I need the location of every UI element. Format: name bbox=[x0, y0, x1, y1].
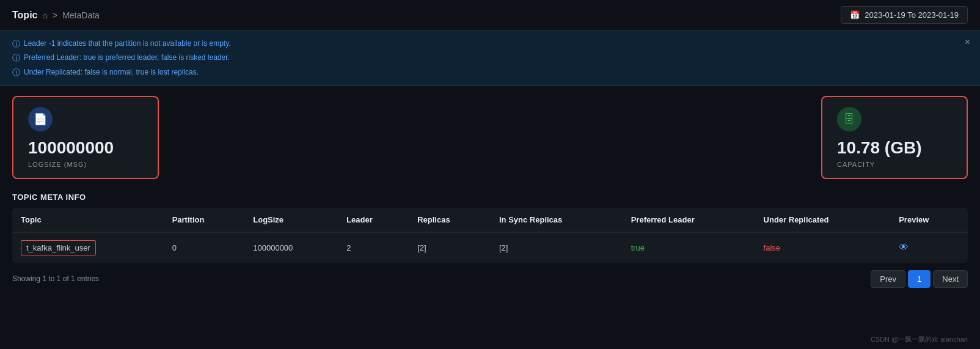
logsize-icon: 📄 bbox=[34, 112, 47, 126]
col-preview: Preview bbox=[890, 208, 968, 232]
capacity-label: CAPACITY bbox=[837, 161, 875, 168]
logsize-value: 100000000 bbox=[28, 138, 114, 158]
info-line-1: ⓘ Leader -1 indicates that the partition… bbox=[12, 37, 968, 51]
table-container: Topic Partition LogSize Leader Replicas … bbox=[0, 208, 980, 263]
preferred-leader-value: true bbox=[631, 243, 645, 252]
table-footer: Showing 1 to 1 of 1 entries Prev 1 Next bbox=[0, 263, 980, 295]
cell-partition: 0 bbox=[164, 232, 245, 263]
breadcrumb-separator: > bbox=[53, 10, 57, 20]
breadcrumb-metadata: MetaData bbox=[62, 10, 100, 20]
cell-leader: 2 bbox=[338, 232, 409, 263]
logsize-label: LOGSIZE (MSG) bbox=[28, 161, 87, 168]
cell-replicas: [2] bbox=[409, 232, 491, 263]
close-banner-button[interactable]: × bbox=[965, 37, 970, 48]
page-title: Topic bbox=[12, 10, 37, 21]
header: Topic ⌂ > MetaData 📅 2023-01-19 To 2023-… bbox=[0, 0, 980, 31]
col-preferred-leader: Preferred Leader bbox=[623, 208, 755, 232]
breadcrumb: Topic ⌂ > MetaData bbox=[12, 10, 100, 21]
preview-icon[interactable]: 👁 bbox=[899, 242, 909, 252]
cell-preview: 👁 bbox=[890, 232, 968, 263]
capacity-value: 10.78 (GB) bbox=[837, 138, 922, 158]
cell-logsize: 100000000 bbox=[244, 232, 338, 263]
cell-under-replicated: false bbox=[755, 232, 891, 263]
capacity-icon: 🗄 bbox=[844, 113, 855, 126]
showing-entries: Showing 1 to 1 of 1 entries bbox=[12, 274, 99, 283]
info-icon-3: ⓘ bbox=[12, 65, 20, 79]
topic-meta-table: Topic Partition LogSize Leader Replicas … bbox=[12, 208, 968, 263]
cell-preferred-leader: true bbox=[623, 232, 755, 263]
section-title: TOPIC META INFO bbox=[0, 189, 980, 208]
col-logsize: LogSize bbox=[244, 208, 338, 232]
col-partition: Partition bbox=[164, 208, 245, 232]
date-range-button[interactable]: 📅 2023-01-19 To 2023-01-19 bbox=[841, 6, 968, 24]
page-1-button[interactable]: 1 bbox=[908, 270, 931, 288]
prev-button[interactable]: Prev bbox=[871, 270, 905, 288]
info-line-2: ⓘ Preferred Leader: true is preferred le… bbox=[12, 51, 968, 65]
calendar-icon: 📅 bbox=[850, 10, 860, 20]
capacity-card: 🗄 10.78 (GB) CAPACITY bbox=[821, 96, 968, 179]
watermark: CSDN @一飘一飘的欢 alanchan bbox=[871, 335, 968, 344]
logsize-icon-wrap: 📄 bbox=[28, 107, 53, 131]
info-icon-1: ⓘ bbox=[12, 37, 20, 51]
stats-row: 📄 100000000 LOGSIZE (MSG) 🗄 10.78 (GB) C… bbox=[0, 86, 980, 189]
col-in-sync-replicas: In Sync Replicas bbox=[491, 208, 623, 232]
topic-name: t_kafka_flink_user bbox=[21, 240, 96, 255]
logsize-card: 📄 100000000 LOGSIZE (MSG) bbox=[12, 96, 159, 179]
table-row: t_kafka_flink_user 0 100000000 2 [2] [2]… bbox=[12, 232, 968, 263]
capacity-icon-wrap: 🗄 bbox=[837, 107, 861, 131]
under-replicated-value: false bbox=[764, 243, 780, 252]
date-range-text: 2023-01-19 To 2023-01-19 bbox=[865, 10, 959, 20]
col-topic: Topic bbox=[12, 208, 164, 232]
info-banner: ⓘ Leader -1 indicates that the partition… bbox=[0, 31, 980, 86]
cell-topic: t_kafka_flink_user bbox=[12, 232, 164, 263]
cell-in-sync-replicas: [2] bbox=[491, 232, 623, 263]
pagination: Prev 1 Next bbox=[871, 270, 968, 288]
info-line-3: ⓘ Under Replicated: false is normal, tru… bbox=[12, 65, 968, 79]
col-under-replicated: Under Replicated bbox=[755, 208, 891, 232]
table-header-row: Topic Partition LogSize Leader Replicas … bbox=[12, 208, 968, 232]
next-button[interactable]: Next bbox=[933, 270, 968, 288]
col-leader: Leader bbox=[338, 208, 409, 232]
col-replicas: Replicas bbox=[409, 208, 491, 232]
info-icon-2: ⓘ bbox=[12, 51, 20, 65]
home-icon[interactable]: ⌂ bbox=[42, 10, 47, 20]
